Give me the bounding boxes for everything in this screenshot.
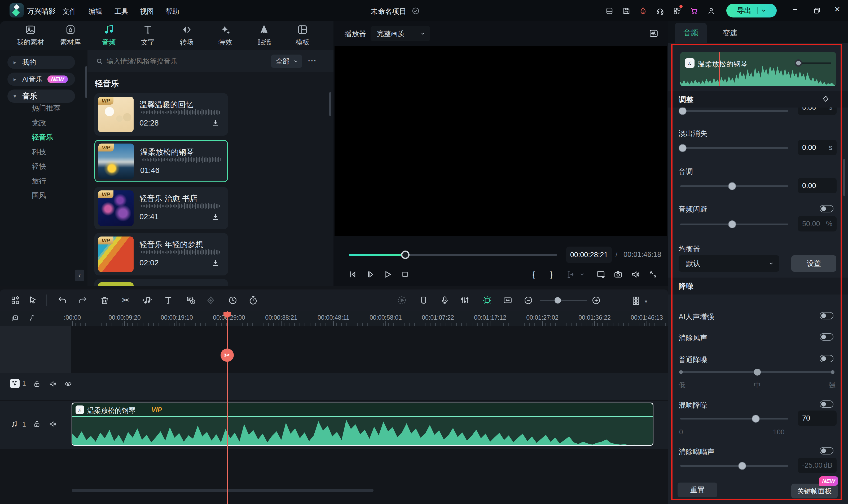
pitch-handle[interactable] bbox=[728, 182, 736, 190]
video-lock-icon[interactable] bbox=[32, 379, 41, 388]
menu-tools[interactable]: 工具 bbox=[115, 7, 128, 16]
pitch-value[interactable]: 0.00 bbox=[798, 178, 836, 193]
export-button[interactable]: 导出 bbox=[726, 4, 777, 17]
hum-removal-slider[interactable] bbox=[680, 465, 789, 467]
music-item[interactable]: VIP 轻音乐 年轻的梦想 02:02 bbox=[94, 233, 228, 275]
playhead-line[interactable] bbox=[227, 311, 228, 504]
fit-timeline-icon[interactable] bbox=[502, 294, 514, 306]
category-hot[interactable]: 热门推荐 bbox=[32, 103, 60, 113]
ai-voice-toggle[interactable] bbox=[820, 312, 833, 319]
tab-effects[interactable]: 特效 bbox=[208, 24, 243, 49]
search-input[interactable] bbox=[107, 54, 260, 68]
beat-detect-icon[interactable] bbox=[141, 294, 153, 306]
mark-in-brace-icon[interactable]: { bbox=[532, 269, 535, 280]
speech-to-text-icon[interactable] bbox=[185, 294, 197, 306]
audio-clip-chip[interactable]: ♫ 温柔放松的钢琴 bbox=[680, 52, 836, 86]
secondary-display-icon[interactable] bbox=[595, 269, 606, 280]
mark-out-brace-icon[interactable]: } bbox=[550, 269, 553, 280]
timer-icon[interactable] bbox=[247, 294, 259, 306]
add-clip-icon[interactable] bbox=[11, 314, 19, 323]
zoom-in-icon[interactable] bbox=[590, 294, 602, 306]
player-progress-track[interactable] bbox=[349, 254, 557, 256]
normal-denoise-dot-high[interactable] bbox=[831, 370, 834, 374]
video-visibility-icon[interactable] bbox=[64, 379, 73, 388]
category-light-music[interactable]: 轻音乐 bbox=[32, 132, 53, 142]
scopes-icon[interactable] bbox=[647, 27, 660, 40]
ducking-handle[interactable] bbox=[728, 220, 736, 228]
sidebar-collapse-button[interactable]: ‹ bbox=[75, 270, 84, 281]
hum-removal-toggle[interactable] bbox=[820, 447, 833, 454]
save-icon[interactable] bbox=[622, 6, 631, 15]
menu-help[interactable]: 帮助 bbox=[166, 7, 179, 16]
undo-icon[interactable] bbox=[56, 294, 68, 306]
split-scissors-icon[interactable]: ✂ bbox=[120, 294, 132, 306]
category-chinese-style[interactable]: 国风 bbox=[32, 191, 46, 200]
fullscreen-icon[interactable] bbox=[647, 269, 659, 280]
inspector-scrollbar[interactable] bbox=[843, 159, 845, 196]
tab-audio-inspector[interactable]: 音频 bbox=[675, 23, 707, 43]
download-icon[interactable] bbox=[210, 212, 221, 222]
restore-button[interactable] bbox=[813, 6, 821, 15]
notification-icon[interactable] bbox=[639, 6, 647, 15]
keyframe-diamond-icon[interactable] bbox=[821, 94, 830, 103]
sidebar-item-my[interactable]: ▸ 我的 bbox=[7, 56, 75, 69]
music-item-partial[interactable] bbox=[94, 279, 228, 286]
close-button[interactable]: × bbox=[834, 4, 840, 15]
library-scrollbar[interactable] bbox=[329, 92, 331, 116]
timeline-horizontal-scrollbar[interactable] bbox=[72, 489, 374, 492]
export-chevron-icon[interactable] bbox=[761, 8, 767, 14]
player-progress-handle[interactable] bbox=[401, 251, 410, 259]
reverb-denoise-value[interactable]: 70 bbox=[798, 411, 836, 426]
track-manager-icon[interactable] bbox=[630, 294, 642, 306]
audio-lock-icon[interactable] bbox=[32, 419, 41, 429]
ducking-toggle[interactable] bbox=[820, 205, 833, 212]
tab-audio[interactable]: 音频 bbox=[92, 24, 126, 49]
select-tool-icon[interactable] bbox=[27, 294, 39, 306]
sidebar-item-ai-music[interactable]: ▸ AI音乐 NEW bbox=[7, 73, 75, 86]
equalizer-settings-button[interactable]: 设置 bbox=[791, 255, 836, 272]
tab-templates[interactable]: 模板 bbox=[285, 24, 320, 49]
timeline-audio-clip[interactable]: ♫ 温柔放松的钢琴 VIP bbox=[72, 402, 654, 446]
minimize-button[interactable]: − bbox=[793, 5, 798, 15]
track-manager-chevron-icon[interactable]: ▾ bbox=[645, 298, 647, 305]
music-item-selected[interactable]: VIP 温柔放松的钢琴 01:46 bbox=[94, 140, 228, 182]
snapshot-camera-icon[interactable] bbox=[612, 269, 624, 280]
stop-icon[interactable] bbox=[399, 269, 411, 280]
reverb-denoise-slider[interactable] bbox=[680, 418, 789, 419]
filter-dropdown[interactable]: 全部 bbox=[271, 55, 302, 68]
previous-frame-icon[interactable] bbox=[347, 269, 358, 280]
category-tech[interactable]: 科技 bbox=[32, 147, 46, 157]
marker-flag-icon[interactable] bbox=[418, 294, 429, 306]
marker-chevron-icon[interactable] bbox=[578, 271, 586, 278]
menu-edit[interactable]: 编辑 bbox=[88, 7, 102, 16]
tab-stock-library[interactable]: 素材库 bbox=[53, 24, 88, 49]
download-icon[interactable] bbox=[210, 118, 221, 128]
delete-icon[interactable] bbox=[99, 294, 110, 306]
category-upbeat[interactable]: 轻快 bbox=[32, 162, 46, 171]
keyframe-panel-button[interactable]: 关键帧面板 bbox=[791, 484, 838, 499]
fade-out-slider[interactable] bbox=[680, 147, 789, 149]
reset-button[interactable]: 重置 bbox=[678, 483, 717, 498]
auto-ripple-icon[interactable] bbox=[481, 294, 493, 306]
account-icon[interactable] bbox=[707, 6, 716, 15]
fade-out-value[interactable]: 0.00s bbox=[798, 140, 836, 155]
fade-in-handle[interactable] bbox=[679, 107, 687, 115]
video-mute-icon[interactable] bbox=[48, 379, 57, 388]
video-track-row[interactable] bbox=[0, 373, 668, 400]
reverb-denoise-handle[interactable] bbox=[752, 415, 760, 423]
sidebar-scrollbar[interactable] bbox=[85, 66, 87, 98]
music-item[interactable]: VIP 轻音乐 治愈 书店 02:41 bbox=[94, 187, 228, 229]
split-playhead-badge[interactable]: ✂ bbox=[221, 348, 234, 362]
sidebar-item-music[interactable]: ▾ 音乐 bbox=[7, 90, 75, 103]
tab-stickers[interactable]: 贴纸 bbox=[247, 24, 281, 49]
insert-marker-icon[interactable] bbox=[565, 269, 576, 280]
category-travel[interactable]: 旅行 bbox=[32, 176, 46, 186]
menu-view[interactable]: 视图 bbox=[140, 7, 154, 16]
chip-volume-handle[interactable] bbox=[795, 59, 802, 67]
timeline-zoom-handle[interactable] bbox=[555, 297, 561, 304]
apps-grid-icon[interactable] bbox=[673, 6, 681, 15]
next-frame-icon[interactable] bbox=[364, 269, 376, 280]
reverb-denoise-toggle[interactable] bbox=[820, 400, 833, 408]
audio-mixer-icon[interactable] bbox=[460, 294, 471, 306]
normal-denoise-toggle[interactable] bbox=[820, 355, 833, 362]
